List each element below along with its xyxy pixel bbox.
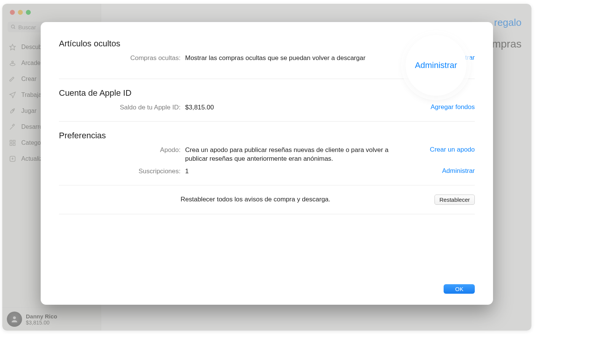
row-label: Apodo: [59, 146, 181, 154]
svg-point-3 [10, 63, 15, 66]
svg-marker-2 [10, 44, 16, 50]
section-title: Artículos ocultos [59, 39, 475, 49]
avatar [7, 312, 22, 327]
user-name: Danny Rico [26, 313, 57, 320]
close-window-button[interactable] [10, 10, 15, 15]
create-nickname-link[interactable]: Crear un apodo [430, 146, 475, 153]
reset-row: Restablecer todos los avisos de compra y… [59, 195, 475, 205]
manage-hidden-link[interactable]: Administrar [442, 54, 475, 61]
modal-footer: OK [444, 286, 475, 293]
svg-point-4 [12, 61, 14, 63]
balance-row: Saldo de tu Apple ID: $3,815.00 Agregar … [59, 103, 475, 112]
apple-id-section: Cuenta de Apple ID Saldo de tu Apple ID:… [59, 88, 475, 112]
account-settings-modal: Artículos ocultos Compras ocultas: Mostr… [41, 22, 493, 305]
brush-icon [8, 76, 17, 82]
search-icon [11, 24, 16, 30]
ok-button[interactable]: OK [444, 284, 475, 294]
bg-link[interactable]: regalo [494, 17, 522, 28]
divider [59, 79, 475, 79]
user-balance: $3,815.00 [26, 320, 57, 326]
search-placeholder: Buscar [18, 24, 36, 30]
manage-subscriptions-link[interactable]: Administrar [442, 167, 475, 174]
row-value: Crea un apodo para publicar reseñas nuev… [185, 146, 394, 163]
row-label: Saldo de tu Apple ID: [59, 103, 181, 111]
user-footer[interactable]: Danny Rico $3,815.00 [2, 307, 101, 331]
row-label: Compras ocultas: [59, 54, 181, 62]
preferences-section: Preferencias Apodo: Crea un apodo para p… [59, 131, 475, 176]
user-text: Danny Rico $3,815.00 [26, 313, 57, 326]
svg-rect-8 [10, 144, 12, 146]
rocket-icon [8, 108, 17, 114]
reset-text: Restablecer todos los avisos de compra y… [181, 195, 399, 204]
svg-line-1 [14, 28, 15, 29]
svg-rect-6 [10, 140, 12, 142]
window-controls [2, 4, 101, 15]
svg-point-0 [11, 25, 14, 28]
row-value: Mostrar las compras ocultas que se pueda… [185, 54, 394, 63]
row-value: $3,815.00 [185, 103, 394, 112]
divider [59, 185, 475, 185]
hidden-items-section: Artículos ocultos Compras ocultas: Mostr… [59, 39, 475, 63]
maximize-window-button[interactable] [26, 10, 31, 15]
arcade-icon [8, 60, 17, 66]
row-value: 1 [185, 167, 394, 176]
download-icon [8, 155, 17, 162]
star-icon [8, 44, 17, 51]
grid-icon [8, 139, 17, 146]
hidden-purchases-row: Compras ocultas: Mostrar las compras ocu… [59, 54, 475, 63]
divider [59, 214, 475, 214]
svg-rect-7 [13, 140, 15, 142]
nickname-row: Apodo: Crea un apodo para publicar reseñ… [59, 146, 475, 163]
section-title: Cuenta de Apple ID [59, 88, 475, 98]
subscriptions-row: Suscripciones: 1 Administrar [59, 167, 475, 176]
svg-rect-9 [13, 144, 15, 146]
reset-button[interactable]: Restablecer [434, 195, 475, 205]
minimize-window-button[interactable] [18, 10, 23, 15]
row-label: Suscripciones: [59, 167, 181, 175]
hammer-icon [8, 123, 17, 130]
add-funds-link[interactable]: Agregar fondos [431, 103, 475, 111]
svg-point-11 [13, 317, 16, 319]
sidebar-item-label: Jugar [21, 108, 36, 114]
svg-point-5 [13, 110, 13, 111]
divider [59, 121, 475, 122]
paperplane-icon [8, 92, 17, 98]
sidebar-item-label: Arcade [21, 60, 41, 66]
section-title: Preferencias [59, 131, 475, 141]
sidebar-item-label: Crear [21, 76, 36, 82]
